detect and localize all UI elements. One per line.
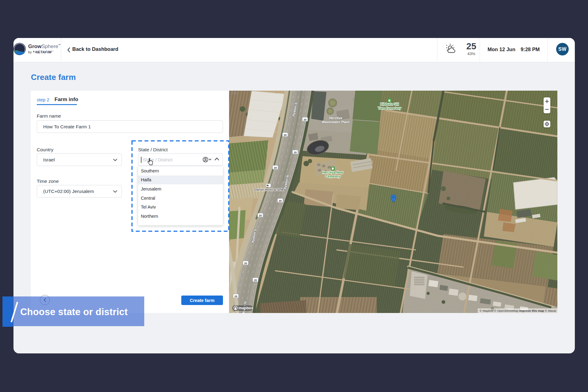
svg-text:mapbox: mapbox bbox=[239, 306, 253, 310]
svg-text:Daniel Hotel & SPA: Daniel Hotel & SPA bbox=[254, 188, 284, 191]
svg-text:GrowSphere™: GrowSphere™ bbox=[28, 43, 61, 49]
svg-text:20: 20 bbox=[303, 118, 307, 121]
svg-text:Herzliya New: Herzliya New bbox=[322, 171, 343, 174]
svg-text:20: 20 bbox=[244, 262, 247, 265]
svg-text:20: 20 bbox=[284, 134, 287, 137]
svg-text:Yam Cemetery: Yam Cemetery bbox=[378, 106, 401, 110]
svg-text:by: by bbox=[28, 50, 32, 54]
svg-text:20: 20 bbox=[279, 199, 282, 202]
svg-text:20: 20 bbox=[254, 279, 257, 282]
svg-text:Wastewater Plant: Wastewater Plant bbox=[322, 120, 350, 124]
svg-text:© Mapbox © OpenStreetMap Impro: © Mapbox © OpenStreetMap Improve this ma… bbox=[480, 309, 556, 312]
svg-text:20: 20 bbox=[274, 166, 277, 169]
svg-text:Kibbutz Glil: Kibbutz Glil bbox=[380, 102, 399, 106]
svg-text:200b: 200b bbox=[230, 91, 238, 95]
svg-text:20: 20 bbox=[259, 214, 262, 217]
svg-text:20: 20 bbox=[294, 151, 297, 154]
svg-text:Herzliya: Herzliya bbox=[329, 116, 342, 120]
svg-text:NETAFIM™: NETAFIM™ bbox=[35, 50, 53, 54]
svg-text:20: 20 bbox=[234, 295, 237, 298]
svg-text:Cemetery: Cemetery bbox=[325, 175, 341, 178]
